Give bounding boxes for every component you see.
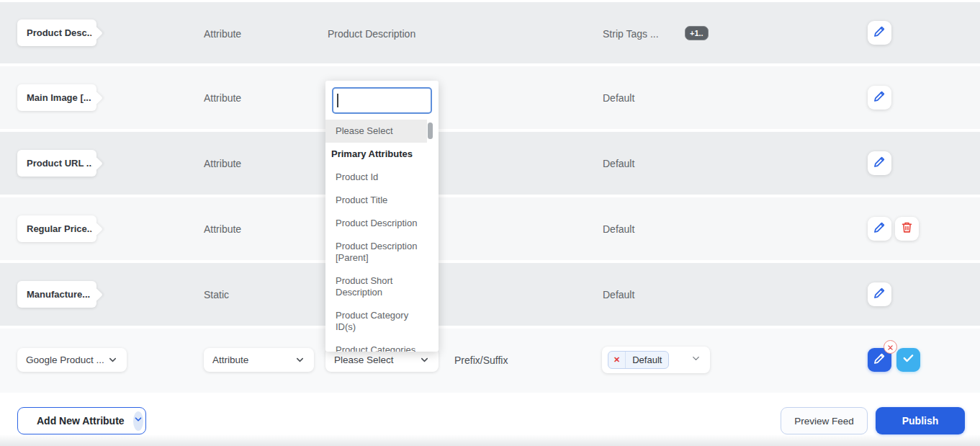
dropdown-option[interactable]: Product Id	[325, 166, 439, 189]
dropdown-option[interactable]: Product Description	[325, 212, 439, 235]
attribute-name-tag[interactable]: Regular Price...	[17, 215, 96, 242]
table-row: Product URL ... Attribute Default	[0, 132, 980, 195]
attribute-name-label: Main Image [...	[27, 92, 91, 103]
table-row: Main Image [... Attribute Default	[0, 66, 980, 129]
attribute-name-label: Regular Price...	[27, 223, 95, 234]
attribute-type-label: Attribute	[204, 28, 241, 40]
chevron-down-icon	[691, 353, 701, 367]
output-type-label: Strip Tags ...	[603, 28, 659, 40]
attribute-type-label: Static	[204, 289, 229, 300]
edit-button[interactable]	[868, 151, 891, 175]
output-token-label: Default	[626, 354, 668, 365]
dropdown-search-wrap	[325, 81, 439, 120]
dropdown-option[interactable]: Product Categories	[325, 339, 439, 352]
attribute-type-label: Attribute	[204, 92, 241, 104]
add-new-attribute-button[interactable]: Add New Attribute	[17, 407, 146, 434]
prefix-suffix-label: Prefix/Suffix	[454, 354, 508, 366]
table-row-editing: Google Product ... Attribute Please Sele…	[0, 329, 980, 393]
cancel-edit-badge[interactable]	[884, 340, 897, 354]
chevron-down-icon	[419, 354, 430, 365]
edit-button[interactable]	[868, 86, 891, 110]
attribute-value-label: Product Description	[328, 28, 415, 40]
chevron-down-icon	[133, 414, 143, 427]
pencil-icon	[873, 156, 886, 171]
chevron-down-icon	[295, 354, 305, 365]
edit-button[interactable]	[868, 217, 891, 241]
dropdown-group-header: Primary Attributes	[325, 143, 439, 166]
chevron-circle[interactable]	[133, 411, 143, 431]
attribute-name-label: Manufacture...	[27, 289, 90, 300]
pencil-icon	[873, 221, 886, 236]
output-type-label: Default	[603, 223, 634, 235]
attribute-name-tag[interactable]: Product Desc...	[17, 19, 96, 46]
feed-attribute-mapping-screen: Product Desc... Attribute Product Descri…	[0, 0, 980, 446]
merge-count-badge[interactable]: +1..	[685, 26, 709, 40]
dropdown-option[interactable]: Product Description [Parent]	[325, 235, 439, 269]
attribute-name-select-value: Google Product ...	[26, 354, 104, 365]
dropdown-option[interactable]: Please Select	[325, 120, 427, 143]
attribute-type-select[interactable]: Attribute	[204, 348, 314, 372]
selected-output-token: ✕ Default	[608, 351, 669, 369]
attribute-type-select-value: Attribute	[212, 354, 248, 365]
table-row: Regular Price... Attribute Default	[0, 197, 980, 260]
output-type-select[interactable]: ✕ Default	[602, 347, 710, 373]
output-type-label: Default	[603, 158, 634, 169]
publish-button[interactable]: Publish	[876, 407, 965, 434]
attribute-name-tag[interactable]: Main Image [...	[17, 84, 96, 111]
dropdown-option[interactable]: Product Short Description	[325, 269, 439, 304]
trash-icon	[901, 221, 913, 236]
attribute-value-select-value: Please Select	[334, 354, 394, 365]
dropdown-scrollbar-thumb[interactable]	[428, 122, 433, 139]
dropdown-option[interactable]: Product Title	[325, 189, 439, 212]
attribute-type-label: Attribute	[204, 158, 241, 169]
add-new-attribute-label: Add New Attribute	[37, 415, 125, 427]
chevron-down-icon	[107, 354, 118, 365]
bottom-gradient	[0, 434, 980, 446]
table-row: Product Desc... Attribute Product Descri…	[0, 2, 980, 63]
delete-button[interactable]	[895, 217, 919, 241]
text-caret	[337, 94, 338, 107]
dropdown-option-list: Please Select Primary Attributes Product…	[325, 120, 439, 352]
attribute-name-select[interactable]: Google Product ...	[17, 348, 127, 372]
output-type-label: Default	[603, 289, 634, 300]
dropdown-search-input[interactable]	[332, 87, 432, 114]
pencil-icon	[873, 287, 886, 302]
attribute-dropdown-panel: Please Select Primary Attributes Product…	[325, 81, 439, 352]
attribute-name-label: Product URL ...	[27, 158, 94, 169]
confirm-button[interactable]	[896, 348, 920, 372]
dropdown-option[interactable]: Product Category ID(s)	[325, 304, 439, 339]
attribute-type-label: Attribute	[204, 223, 241, 235]
attribute-name-tag[interactable]: Manufacture...	[17, 281, 96, 308]
table-row: Manufacture... Static Default	[0, 263, 980, 326]
edit-button-active[interactable]	[868, 348, 891, 372]
close-icon	[887, 341, 894, 354]
edit-button[interactable]	[868, 282, 891, 306]
preview-feed-button[interactable]: Preview Feed	[781, 407, 868, 434]
output-type-label: Default	[603, 92, 634, 104]
attribute-name-label: Product Desc...	[27, 27, 95, 38]
attribute-name-tag[interactable]: Product URL ...	[17, 150, 96, 177]
pencil-icon	[873, 352, 886, 367]
pencil-icon	[873, 25, 886, 40]
edit-button[interactable]	[868, 21, 891, 45]
remove-token-icon[interactable]: ✕	[608, 352, 626, 368]
check-icon	[902, 352, 914, 367]
pencil-icon	[873, 90, 886, 105]
